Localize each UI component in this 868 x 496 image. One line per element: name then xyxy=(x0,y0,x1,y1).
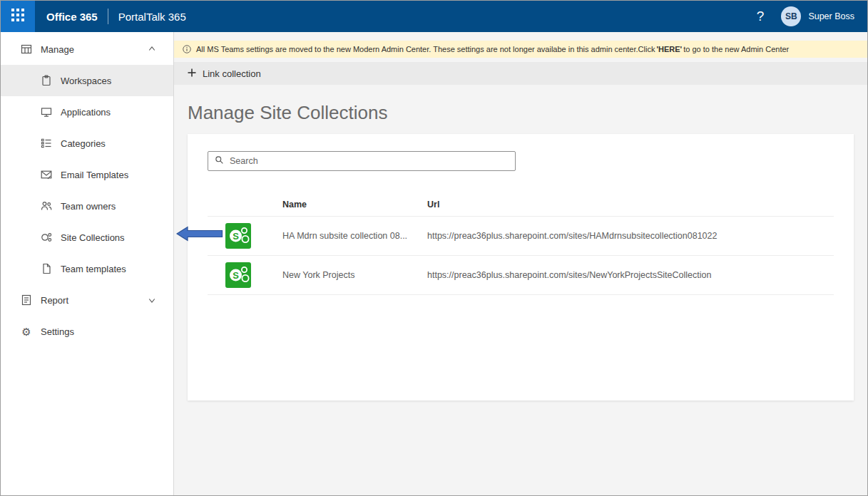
notification-banner: All MS Teams settings are moved to the n… xyxy=(174,41,867,58)
search-input[interactable] xyxy=(230,156,509,166)
column-header-url: Url xyxy=(427,200,834,210)
site-collections-table: Name Url S xyxy=(208,192,834,295)
site-name: HA Mdrn subsite collection 08... xyxy=(282,231,427,241)
table-row[interactable]: S New York Projects https://preac36plus.… xyxy=(208,256,834,295)
sidebar-item-categories[interactable]: Categories xyxy=(1,128,173,159)
sidebar-item-label: Categories xyxy=(61,138,106,149)
info-icon xyxy=(183,45,191,53)
sidebar-item-label: Report xyxy=(41,295,68,306)
sidebar: Manage Workspaces Applications xyxy=(1,32,174,495)
sidebar-item-label: Manage xyxy=(41,44,74,55)
table-row[interactable]: S HA Mdrn subsite collection 08... https… xyxy=(208,217,834,256)
sidebar-item-email-templates[interactable]: Email Templates xyxy=(1,159,173,190)
chevron-down-icon xyxy=(148,296,156,304)
sidebar-item-label: Workspaces xyxy=(61,76,111,86)
sidebar-item-manage[interactable]: Manage xyxy=(1,33,173,65)
site-collections-card: Name Url S xyxy=(188,134,854,401)
sidebar-item-team-templates[interactable]: Team templates xyxy=(1,253,173,284)
site-url: https://preac36plus.sharepoint.com/sites… xyxy=(427,231,834,241)
workspaces-icon xyxy=(41,75,52,86)
sidebar-item-label: Team templates xyxy=(61,264,126,274)
plus-icon xyxy=(188,68,196,79)
suite-bar: Office 365 PortalTalk 365 ? SB Super Bos… xyxy=(1,1,867,32)
email-templates-icon xyxy=(41,169,52,180)
team-templates-icon xyxy=(41,263,52,274)
sidebar-item-team-owners[interactable]: Team owners xyxy=(1,190,173,222)
app-window: Office 365 PortalTalk 365 ? SB Super Bos… xyxy=(0,0,868,496)
sidebar-item-workspaces[interactable]: Workspaces xyxy=(1,65,173,96)
sidebar-item-label: Site Collections xyxy=(61,232,125,243)
banner-text-before: All MS Teams settings are moved to the n… xyxy=(196,45,655,53)
sharepoint-site-icon: S xyxy=(225,262,251,288)
topbar-separator xyxy=(108,9,108,24)
sidebar-item-label: Team owners xyxy=(61,201,116,212)
search-icon xyxy=(215,155,224,167)
manage-icon xyxy=(21,43,32,55)
product-name: PortalTalk 365 xyxy=(118,11,186,23)
sidebar-item-applications[interactable]: Applications xyxy=(1,96,173,128)
svg-text:S: S xyxy=(233,270,239,281)
avatar[interactable]: SB xyxy=(781,6,801,26)
site-name: New York Projects xyxy=(282,270,427,280)
sidebar-item-label: Email Templates xyxy=(61,170,128,180)
svg-text:S: S xyxy=(233,231,239,242)
main-content: All MS Teams settings are moved to the n… xyxy=(174,32,867,495)
sidebar-item-label: Settings xyxy=(41,326,74,337)
team-owners-icon xyxy=(41,200,52,212)
site-collections-icon xyxy=(41,232,52,243)
command-bar: Link collection xyxy=(174,62,867,85)
app-launcher-button[interactable] xyxy=(1,1,35,32)
link-collection-button[interactable]: Link collection xyxy=(188,68,261,79)
sidebar-item-report[interactable]: Report xyxy=(1,284,173,316)
sidebar-item-label: Applications xyxy=(61,107,111,118)
brand-office365: Office 365 xyxy=(46,11,98,23)
banner-text-after: to go to the new Admin Center xyxy=(683,45,789,53)
help-button[interactable]: ? xyxy=(757,9,765,24)
search-box xyxy=(208,151,516,171)
sharepoint-site-icon: S xyxy=(225,223,251,249)
gear-icon: ⚙ xyxy=(21,326,32,337)
link-collection-label: Link collection xyxy=(203,68,261,79)
chevron-up-icon xyxy=(148,45,156,53)
applications-icon xyxy=(41,106,52,118)
sidebar-item-site-collections[interactable]: Site Collections xyxy=(1,222,173,253)
report-icon xyxy=(21,294,32,306)
waffle-icon xyxy=(11,9,24,24)
site-url: https://preac36plus.sharepoint.com/sites… xyxy=(427,270,834,280)
categories-icon xyxy=(41,138,52,149)
table-header-row: Name Url xyxy=(208,192,834,217)
column-header-name: Name xyxy=(282,200,427,210)
page-title: Manage Site Collections xyxy=(188,102,854,124)
banner-here-link[interactable]: 'HERE' xyxy=(656,45,682,53)
user-name: Super Boss xyxy=(808,11,854,21)
sidebar-item-settings[interactable]: ⚙ Settings xyxy=(1,316,173,347)
